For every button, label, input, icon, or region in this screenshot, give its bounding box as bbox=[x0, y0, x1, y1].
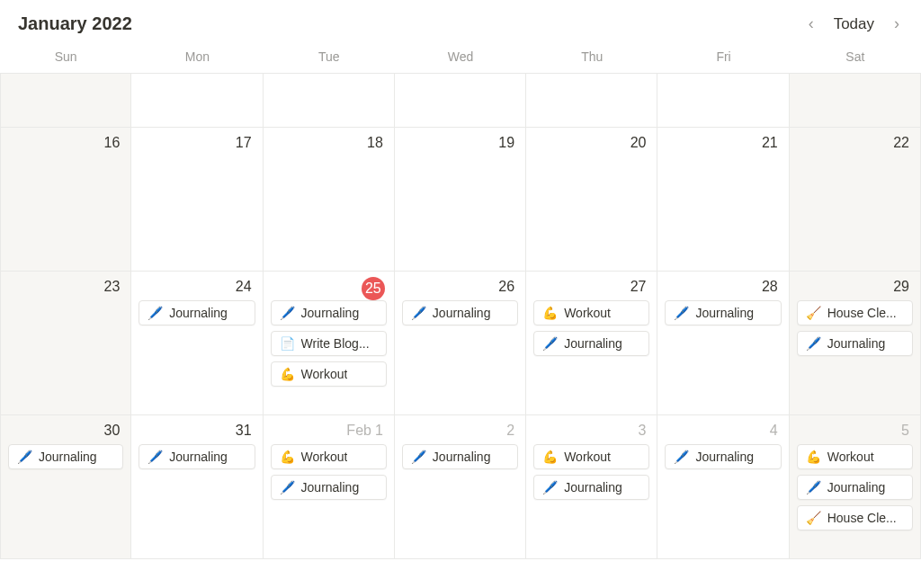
prev-month-button[interactable]: ‹ bbox=[805, 11, 818, 37]
day-number: 19 bbox=[402, 133, 518, 156]
event-workout[interactable]: 💪Workout bbox=[533, 300, 649, 325]
events-list: 💪Workout🖊️Journaling bbox=[533, 300, 649, 356]
event-journaling[interactable]: 🖊️Journaling bbox=[797, 331, 913, 356]
day-cell[interactable]: 2🖊️Journaling bbox=[395, 415, 526, 559]
event-journaling[interactable]: 🖊️Journaling bbox=[271, 300, 387, 325]
calendar-header: January 2022 ‹ Today › bbox=[0, 0, 921, 44]
event-journaling[interactable]: 🖊️Journaling bbox=[271, 475, 387, 500]
journaling-icon: 🖊️ bbox=[806, 480, 821, 494]
event-house-cleaning[interactable]: 🧹House Cle... bbox=[797, 300, 913, 325]
day-cell[interactable]: 31🖊️Journaling bbox=[131, 415, 263, 559]
clean-icon: 🧹 bbox=[806, 306, 821, 320]
event-journaling[interactable]: 🖊️Journaling bbox=[402, 300, 518, 325]
event-label: Journaling bbox=[301, 480, 360, 494]
day-cell[interactable]: 28🖊️Journaling bbox=[657, 272, 789, 415]
day-cell[interactable]: 19 bbox=[395, 128, 526, 272]
today-button[interactable]: Today bbox=[827, 13, 881, 35]
journaling-icon: 🖊️ bbox=[674, 306, 689, 320]
day-cell[interactable]: 24🖊️Journaling bbox=[131, 272, 263, 415]
workout-icon: 💪 bbox=[542, 306, 558, 320]
weekday-label: Wed bbox=[395, 44, 526, 73]
day-number: 4 bbox=[665, 421, 781, 444]
event-workout[interactable]: 💪Workout bbox=[533, 444, 649, 469]
journaling-icon: 🖊️ bbox=[411, 450, 426, 464]
event-journaling[interactable]: 🖊️Journaling bbox=[533, 331, 649, 356]
day-number: 18 bbox=[271, 133, 387, 156]
day-cell[interactable] bbox=[0, 74, 131, 128]
event-workout[interactable]: 💪Workout bbox=[797, 444, 913, 469]
event-journaling[interactable]: 🖊️Journaling bbox=[139, 444, 255, 469]
day-number: 3 bbox=[533, 421, 649, 444]
day-cell[interactable]: 16 bbox=[0, 128, 131, 272]
day-cell[interactable] bbox=[131, 74, 263, 128]
event-journaling[interactable]: 🖊️Journaling bbox=[402, 444, 518, 469]
events-list: 🖊️Journaling bbox=[139, 444, 255, 469]
weekday-header: Sun Mon Tue Wed Thu Fri Sat bbox=[0, 44, 921, 74]
day-cell[interactable]: 25🖊️Journaling📄Write Blog...💪Workout bbox=[264, 272, 395, 415]
day-cell[interactable]: 17 bbox=[131, 128, 263, 272]
day-cell[interactable]: 3💪Workout🖊️Journaling bbox=[526, 415, 657, 559]
day-cell[interactable]: 26🖊️Journaling bbox=[395, 272, 526, 415]
day-cell[interactable]: 5💪Workout🖊️Journaling🧹House Cle... bbox=[790, 415, 921, 559]
event-journaling[interactable]: 🖊️Journaling bbox=[139, 300, 255, 325]
event-journaling[interactable]: 🖊️Journaling bbox=[533, 475, 649, 500]
events-list: 🖊️Journaling bbox=[665, 300, 781, 325]
events-list: 🧹House Cle...🖊️Journaling bbox=[797, 300, 913, 356]
journaling-icon: 🖊️ bbox=[806, 336, 821, 351]
event-label: Workout bbox=[827, 450, 874, 464]
event-workout[interactable]: 💪Workout bbox=[271, 444, 387, 469]
event-label: Workout bbox=[301, 367, 348, 381]
day-cell[interactable]: 29🧹House Cle...🖊️Journaling bbox=[790, 272, 921, 415]
day-cell[interactable] bbox=[790, 74, 921, 128]
day-cell[interactable]: 21 bbox=[657, 128, 789, 272]
blog-icon: 📄 bbox=[280, 336, 295, 351]
event-journaling[interactable]: 🖊️Journaling bbox=[665, 300, 781, 325]
day-number: 2 bbox=[402, 421, 518, 444]
day-cell[interactable] bbox=[395, 74, 526, 128]
event-write-blog[interactable]: 📄Write Blog... bbox=[271, 331, 387, 356]
day-number bbox=[139, 79, 255, 86]
event-label: Journaling bbox=[433, 306, 491, 320]
event-workout[interactable]: 💪Workout bbox=[271, 361, 387, 387]
day-cell[interactable]: 30🖊️Journaling bbox=[0, 415, 131, 559]
events-list: 💪Workout🖊️Journaling bbox=[271, 444, 387, 500]
day-cell[interactable]: 22 bbox=[790, 128, 921, 272]
day-number bbox=[797, 79, 913, 86]
event-journaling[interactable]: 🖊️Journaling bbox=[8, 444, 123, 469]
event-label: Journaling bbox=[39, 450, 97, 464]
next-month-button[interactable]: › bbox=[890, 11, 903, 37]
day-cell[interactable]: Feb1💪Workout🖊️Journaling bbox=[264, 415, 395, 559]
day-number-today: 25 bbox=[362, 277, 385, 300]
day-number: 31 bbox=[139, 421, 255, 444]
events-list: 💪Workout🖊️Journaling🧹House Cle... bbox=[797, 444, 913, 530]
journaling-icon: 🖊️ bbox=[411, 306, 426, 320]
event-label: Journaling bbox=[695, 306, 754, 320]
day-cell[interactable]: 18 bbox=[264, 128, 395, 272]
day-cell[interactable] bbox=[526, 74, 657, 128]
workout-icon: 💪 bbox=[806, 450, 821, 464]
journaling-icon: 🖊️ bbox=[280, 480, 295, 494]
event-house-cleaning[interactable]: 🧹House Cle... bbox=[797, 505, 913, 530]
event-journaling[interactable]: 🖊️Journaling bbox=[797, 475, 913, 500]
event-label: Journaling bbox=[433, 450, 491, 464]
day-number: 28 bbox=[665, 277, 781, 300]
workout-icon: 💪 bbox=[280, 367, 295, 381]
day-number: 24 bbox=[139, 277, 255, 300]
day-number: 16 bbox=[8, 133, 123, 156]
day-number: 5 bbox=[797, 421, 913, 444]
events-list: 🖊️Journaling bbox=[665, 444, 781, 469]
day-cell[interactable]: 4🖊️Journaling bbox=[657, 415, 789, 559]
day-cell[interactable]: 20 bbox=[526, 128, 657, 272]
day-cell[interactable] bbox=[657, 74, 789, 128]
day-cell[interactable]: 27💪Workout🖊️Journaling bbox=[526, 272, 657, 415]
event-label: Journaling bbox=[827, 480, 886, 494]
event-journaling[interactable]: 🖊️Journaling bbox=[665, 444, 781, 469]
day-cell[interactable] bbox=[264, 74, 395, 128]
day-number bbox=[8, 79, 123, 86]
workout-icon: 💪 bbox=[542, 450, 558, 464]
day-cell[interactable]: 23 bbox=[0, 272, 131, 415]
day-number bbox=[402, 79, 518, 86]
header-controls: ‹ Today › bbox=[805, 11, 903, 37]
clean-icon: 🧹 bbox=[806, 511, 821, 525]
event-label: Write Blog... bbox=[301, 336, 370, 351]
